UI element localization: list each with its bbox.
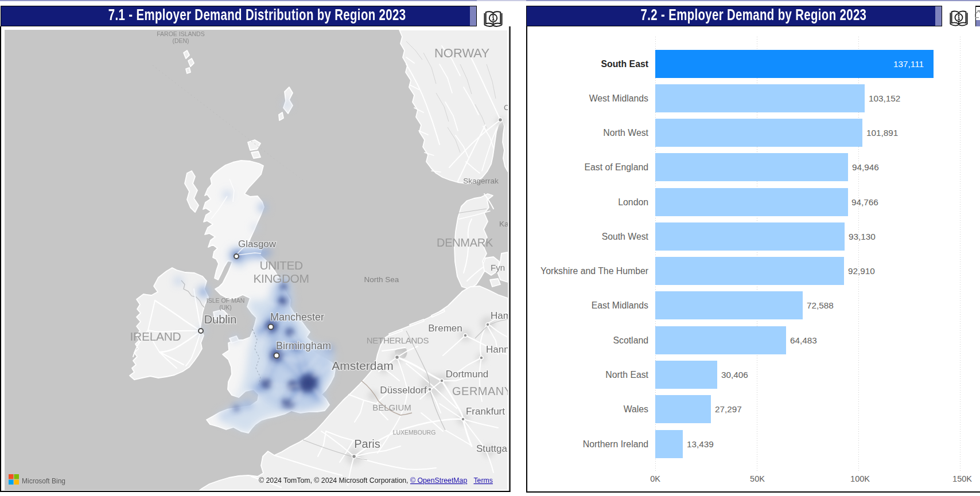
svg-text:LUXEMBOURG: LUXEMBOURG (393, 429, 436, 436)
svg-text:(DEN): (DEN) (172, 37, 189, 44)
svg-text:Amsterdam: Amsterdam (332, 359, 393, 372)
svg-text:Kattegat: Kattegat (499, 220, 508, 228)
svg-text:Stuttgart: Stuttgart (476, 443, 508, 454)
svg-text:C: C (504, 103, 508, 112)
svg-text:DENMARK: DENMARK (437, 236, 493, 249)
svg-text:Glasgow: Glasgow (238, 239, 277, 249)
svg-text:ISLE OF MAN: ISLE OF MAN (207, 297, 245, 304)
svg-text:IRELAND: IRELAND (130, 330, 181, 343)
svg-text:KINGDOM: KINGDOM (254, 272, 309, 285)
svg-text:NORWAY: NORWAY (434, 46, 489, 60)
svg-text:Hannover: Hannover (486, 344, 508, 355)
svg-text:North Sea: North Sea (364, 275, 399, 284)
svg-text:Fyn: Fyn (491, 263, 505, 272)
svg-text:GERMANY: GERMANY (452, 385, 508, 397)
svg-text:BELGIUM: BELGIUM (372, 403, 411, 412)
svg-text:Birmingham: Birmingham (276, 340, 331, 352)
svg-text:NETHERLANDS: NETHERLANDS (367, 335, 429, 345)
svg-text:Paris: Paris (354, 438, 380, 450)
svg-text:Manchester: Manchester (270, 311, 324, 323)
svg-text:Hamburg: Hamburg (491, 310, 508, 321)
svg-text:(UK): (UK) (219, 304, 232, 311)
svg-text:Dublin: Dublin (204, 313, 237, 326)
svg-text:UNITED: UNITED (259, 259, 303, 272)
svg-text:Frankfurt: Frankfurt (466, 406, 505, 417)
svg-text:Bremen: Bremen (428, 323, 462, 334)
svg-text:Dortmund: Dortmund (446, 369, 489, 380)
svg-text:Microsoft Bing: Microsoft Bing (22, 477, 65, 485)
svg-text:FAROE ISLANDS: FAROE ISLANDS (157, 30, 204, 37)
svg-text:Düsseldorf: Düsseldorf (380, 385, 427, 396)
svg-text:© 2024 TomTom, © 2024 Microsof: © 2024 TomTom, © 2024 Microsoft Corporat… (259, 477, 493, 485)
svg-text:Skagerrak: Skagerrak (463, 177, 499, 185)
